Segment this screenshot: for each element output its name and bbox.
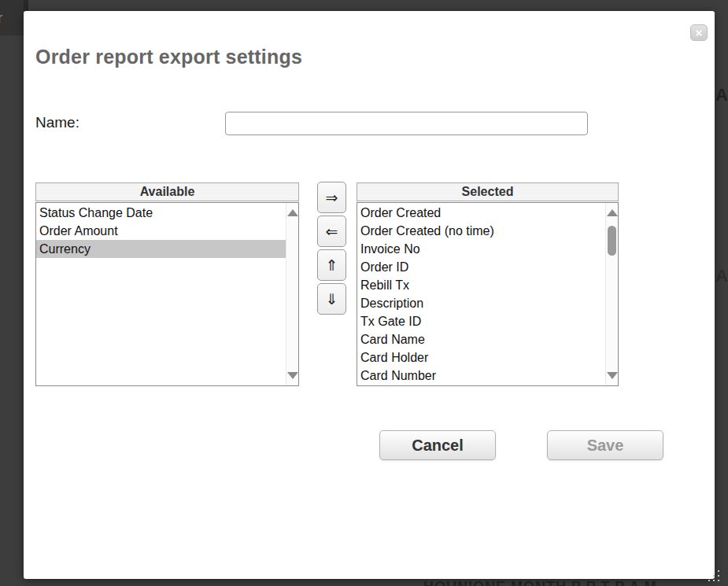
scroll-down-icon[interactable]	[607, 372, 618, 379]
save-button[interactable]: Save	[547, 430, 663, 460]
move-down-button[interactable]: ⇓	[317, 283, 346, 315]
scroll-down-icon[interactable]	[287, 372, 298, 379]
selected-items: Order CreatedOrder Created (no time)Invo…	[357, 204, 605, 385]
background-clipped-text-right-mid: AN	[715, 266, 728, 286]
selected-header: Selected	[357, 182, 619, 201]
available-list-item[interactable]: Currency	[36, 240, 286, 258]
selected-listbox[interactable]: Order CreatedOrder Created (no time)Invo…	[357, 202, 619, 386]
export-settings-dialog: × Order report export settings Name: Ava…	[24, 11, 715, 579]
available-list-item[interactable]: Order Amount	[36, 222, 286, 240]
background-clipped-text-right-top: AN	[715, 85, 728, 105]
close-button[interactable]: ×	[690, 24, 708, 41]
move-up-button[interactable]: ⇑	[317, 249, 346, 281]
cancel-button[interactable]: Cancel	[379, 430, 496, 460]
available-listbox[interactable]: Status Change DateOrder AmountCurrency	[35, 202, 299, 386]
background-clipped-row-2: r	[0, 0, 24, 35]
selected-list-item[interactable]: Order Created (no time)	[357, 222, 605, 240]
scrollbar-thumb[interactable]	[608, 226, 616, 256]
selected-list-item[interactable]: Card Number	[357, 367, 605, 385]
name-input[interactable]	[225, 112, 588, 135]
selected-list-item[interactable]: Order ID	[357, 258, 605, 276]
available-header: Available	[35, 182, 299, 201]
selected-scrollbar[interactable]	[605, 203, 618, 385]
selected-list-item[interactable]: Card Holder	[357, 348, 605, 367]
available-list-item[interactable]: Status Change Date	[36, 204, 286, 222]
available-scrollbar[interactable]	[286, 203, 298, 385]
available-items: Status Change DateOrder AmountCurrency	[36, 204, 286, 258]
selected-list-item[interactable]: Rebill Tx	[357, 276, 605, 294]
selected-list-item[interactable]: Invoice No	[357, 240, 605, 258]
name-label: Name:	[35, 114, 79, 131]
selected-list-item[interactable]: Order Created	[357, 204, 605, 222]
move-right-button[interactable]: ⇒	[317, 182, 346, 213]
dialog-title: Order report export settings	[35, 46, 302, 68]
scroll-up-icon[interactable]	[287, 209, 298, 216]
selected-list-item[interactable]: Description	[357, 294, 605, 312]
scroll-up-icon[interactable]	[607, 209, 618, 216]
selected-list-item[interactable]: Tx Gate ID	[357, 312, 605, 330]
background-clipped-text-bottom: HOUNIONE MONTH P P T P A M	[423, 579, 728, 586]
resize-grip-icon[interactable]	[704, 570, 705, 572]
move-left-button[interactable]: ⇐	[317, 216, 346, 247]
transfer-button-group: ⇒ ⇐ ⇑ ⇓	[317, 182, 346, 317]
selected-list-item[interactable]: Card Name	[357, 330, 605, 348]
